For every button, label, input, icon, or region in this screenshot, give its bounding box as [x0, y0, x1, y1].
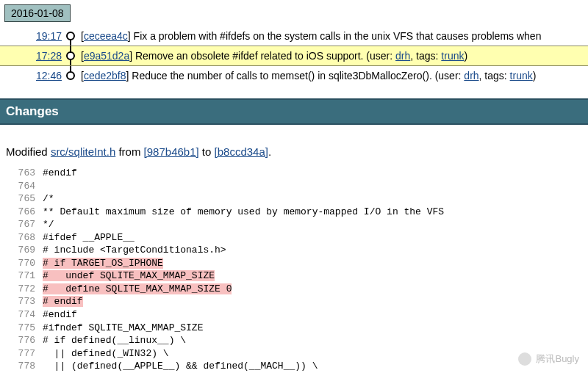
line-number: 770 [6, 257, 35, 270]
commit-user-link[interactable]: drh [395, 50, 410, 62]
line-number: 777 [6, 347, 35, 361]
watermark-icon [518, 352, 531, 366]
code-line: #ifndef SQLITE_MAX_MMAP_SIZE [43, 322, 203, 333]
line-number: 763 [6, 167, 35, 180]
watermark: 腾讯Bugly [518, 352, 579, 366]
svg-point-3 [67, 52, 74, 59]
commit-tag-link[interactable]: trunk [510, 70, 533, 82]
modified-mid2: to [199, 145, 215, 158]
svg-point-1 [67, 32, 74, 40]
graph-node [63, 26, 78, 46]
commit-message: [e9a51d2a] Remove an obsolete #ifdef rel… [78, 46, 588, 66]
commit-user-link[interactable]: drh [464, 70, 478, 82]
commit-message: [ceceea4c] Fix a problem with #ifdefs on… [78, 26, 588, 46]
timeline-table: 19:17[ceceea4c] Fix a problem with #ifde… [0, 26, 588, 85]
code-line: # endif [43, 296, 83, 307]
modified-prefix: Modified [6, 145, 51, 158]
code-line: /* [43, 193, 54, 204]
modified-file-link[interactable]: src/sqliteInt.h [51, 145, 115, 158]
commit-hash-link[interactable]: e9a51d2a [84, 50, 129, 62]
code-line: # define SQLITE_MAX_MMAP_SIZE 0 [43, 283, 232, 294]
line-number: 771 [6, 269, 35, 283]
line-number: 768 [6, 231, 35, 245]
date-badge: 2016-01-08 [4, 4, 71, 22]
modified-tail: . [268, 145, 271, 158]
commit-message: [cede2bf8] Reduce the number of calls to… [78, 66, 588, 86]
line-number: 776 [6, 334, 35, 347]
line-number: 767 [6, 218, 35, 231]
line-number: 764 [6, 180, 35, 193]
code-line: || defined(_WIN32) \ [43, 348, 169, 359]
timeline-row: 17:28[e9a51d2a] Remove an obsolete #ifde… [0, 46, 588, 66]
code-line: #ifdef __APPLE__ [43, 232, 135, 243]
code-line: #endif [43, 167, 77, 178]
modified-mid1: from [115, 145, 143, 158]
code-line: #endif [43, 309, 77, 320]
commit-hash-link[interactable]: ceceea4c [84, 30, 128, 42]
line-number: 769 [6, 244, 35, 257]
timeline-row: 12:46[cede2bf8] Reduce the number of cal… [0, 66, 588, 86]
line-number: 765 [6, 192, 35, 206]
commit-time-link[interactable]: 12:46 [36, 70, 62, 82]
modified-from-hash[interactable]: [987b46b1] [144, 145, 199, 158]
commit-tag-link[interactable]: trunk [441, 50, 464, 62]
code-line: # if defined(__linux__) \ [43, 335, 186, 346]
code-block: 763#endif 764 765/* 766** Default maximu… [6, 167, 588, 373]
code-line: # include <TargetConditionals.h> [43, 245, 226, 256]
modified-line: Modified src/sqliteInt.h from [987b46b1]… [6, 145, 582, 158]
code-line: || (defined(__APPLE__) && defined(__MACH… [43, 361, 318, 372]
graph-node [63, 46, 78, 66]
code-line: ** Default maximum size of memory used b… [43, 206, 444, 217]
commit-time-link[interactable]: 19:17 [36, 30, 62, 42]
line-number: 772 [6, 283, 35, 296]
svg-point-5 [67, 72, 74, 79]
line-number: 774 [6, 308, 35, 322]
commit-hash-link[interactable]: cede2bf8 [84, 70, 126, 82]
code-line: # undef SQLITE_MAX_MMAP_SIZE [43, 270, 215, 281]
commit-time-link[interactable]: 17:28 [36, 50, 62, 62]
line-number: 778 [6, 360, 35, 373]
line-number: 775 [6, 322, 35, 335]
line-number: 773 [6, 295, 35, 308]
modified-to-hash[interactable]: [b8ccd34a] [215, 145, 268, 158]
line-number: 766 [6, 206, 35, 219]
code-line: */ [43, 219, 54, 230]
graph-node [63, 66, 78, 86]
code-line: # if TARGET_OS_IPHONE [43, 258, 163, 269]
timeline-row: 19:17[ceceea4c] Fix a problem with #ifde… [0, 26, 588, 46]
changes-heading: Changes [0, 98, 588, 125]
watermark-text: 腾讯Bugly [536, 352, 579, 366]
